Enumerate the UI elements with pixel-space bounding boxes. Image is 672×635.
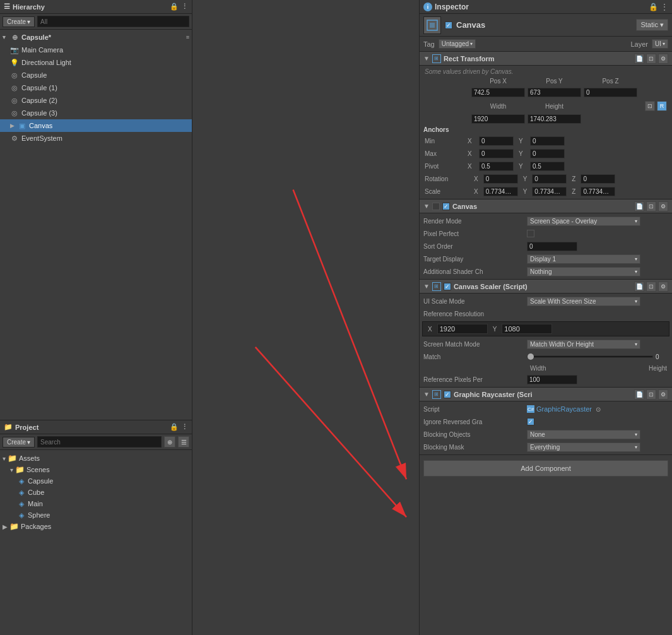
project-panel-header: 📁 Project 🔒 ⋮ — [0, 420, 192, 434]
anchor-min-y[interactable] — [530, 136, 565, 146]
blocking-mask-dropdown[interactable]: Everything ▾ — [527, 442, 640, 452]
anchor-max-y[interactable] — [530, 149, 565, 158]
ignore-reversed-label: Ignore Reversed Gra — [423, 418, 524, 425]
scale-z[interactable] — [581, 187, 615, 196]
project-item-capsule[interactable]: ◈ Capsule — [0, 475, 192, 487]
pivot-y[interactable] — [530, 162, 565, 171]
project-item-packages[interactable]: ▶ 📁 Packages — [0, 521, 192, 532]
inspector-lock-icon[interactable]: 🔒 — [649, 3, 658, 11]
pos-x-input[interactable] — [471, 88, 525, 97]
canvas-gear-btn[interactable]: ⚙ — [658, 201, 668, 211]
height-input[interactable] — [528, 114, 581, 124]
ui-scale-mode-dropdown[interactable]: Scale With Screen Size ▾ — [527, 297, 640, 306]
render-mode-dropdown[interactable]: Screen Space - Overlay ▾ — [527, 217, 640, 226]
hierarchy-menu-icon[interactable]: ⋮ — [181, 3, 188, 11]
canvas-scaler-gear-btn[interactable]: ⚙ — [658, 282, 668, 292]
graphic-raycaster-gear-btn[interactable]: ⚙ — [658, 389, 668, 400]
r-btn[interactable]: R — [657, 101, 667, 111]
project-icon-btn2[interactable]: ☰ — [178, 436, 189, 448]
tag-dropdown[interactable]: Untagged ▾ — [439, 39, 476, 49]
script-ref[interactable]: C# GraphicRaycaster ⊙ — [527, 405, 603, 413]
rect-transform-gear-btn[interactable]: ⚙ — [658, 54, 668, 64]
graphic-raycaster-enable-checkbox[interactable]: ✓ — [444, 391, 451, 398]
sort-order-input[interactable] — [527, 242, 577, 251]
screen-match-chevron: ▾ — [635, 341, 637, 347]
project-lock-icon[interactable]: 🔒 — [170, 423, 179, 431]
graphic-raycaster-lock-btn[interactable]: ⊡ — [646, 389, 656, 400]
pos-y-input[interactable] — [528, 88, 581, 97]
scale-y[interactable] — [532, 187, 567, 196]
hierarchy-item-canvas[interactable]: ▶ ▣ Canvas — [0, 119, 192, 132]
canvas-scaler-ref-btn[interactable]: 📄 — [634, 282, 644, 292]
hierarchy-search-input[interactable] — [37, 16, 189, 27]
canvas-object-header: ✓ Canvas Static ▾ — [420, 14, 672, 37]
target-display-label: Target Display — [423, 256, 524, 263]
canvas-scaler-lock-btn[interactable]: ⊡ — [646, 282, 656, 292]
canvas-scaler-enable-checkbox[interactable]: ✓ — [444, 283, 451, 290]
project-item-scenes[interactable]: ▾ 📁 Scenes — [0, 464, 192, 475]
canvas-component-enable-checkbox[interactable]: ✓ — [442, 203, 450, 210]
hierarchy-item-capsule1[interactable]: ◎ Capsule (1) — [0, 81, 192, 94]
project-item-sphere[interactable]: ◈ Sphere — [0, 509, 192, 521]
graphic-raycaster-fold-arrow[interactable]: ▼ — [423, 391, 430, 398]
rot-x[interactable] — [483, 174, 518, 184]
hierarchy-root-item[interactable]: ▾ ⊕ Capsule* ≡ — [0, 31, 192, 44]
hierarchy-item-capsule3[interactable]: ◎ Capsule (3) — [0, 107, 192, 119]
anchor-btn[interactable]: ⊡ — [645, 101, 655, 111]
match-slider-track[interactable] — [527, 355, 653, 358]
hierarchy-root-label: Capsule* — [21, 33, 51, 41]
anchor-min-x[interactable] — [479, 136, 514, 146]
canvas-checkbox: ✓ — [445, 21, 452, 29]
hierarchy-item-directional-light[interactable]: 💡 Directional Light — [0, 56, 192, 69]
ref-x-input[interactable] — [437, 324, 488, 334]
canvas-enable-checkbox[interactable]: ✓ — [445, 21, 452, 29]
project-tree: ▾ 📁 Assets ▾ 📁 Scenes ◈ Capsule ◈ Cube ◈ — [0, 450, 192, 635]
graphic-raycaster-body: Script C# GraphicRaycaster ⊙ Ignore Reve… — [420, 401, 672, 455]
canvas-scaler-fold-arrow[interactable]: ▼ — [423, 283, 430, 290]
anchor-max-x[interactable] — [479, 149, 514, 158]
hierarchy-item-capsule2[interactable]: ◎ Capsule (2) — [0, 94, 192, 107]
rot-y[interactable] — [532, 174, 567, 184]
canvas-ref-btn[interactable]: 📄 — [634, 201, 644, 211]
static-button[interactable]: Static ▾ — [636, 19, 668, 31]
project-icon-btn1[interactable]: ⊕ — [164, 436, 175, 448]
layer-dropdown[interactable]: UI ▾ — [652, 39, 668, 49]
project-item-assets[interactable]: ▾ 📁 Assets — [0, 453, 192, 464]
target-display-dropdown[interactable]: Display 1 ▾ — [527, 254, 640, 264]
ref-y-input[interactable] — [502, 324, 552, 334]
rot-z[interactable] — [581, 174, 615, 184]
rect-transform-ref-btn[interactable]: 📄 — [634, 54, 644, 64]
canvas-lock-btn[interactable]: ⊡ — [646, 201, 656, 211]
add-component-button[interactable]: Add Component — [423, 460, 668, 477]
project-item-cube[interactable]: ◈ Cube — [0, 487, 192, 498]
project-item-main[interactable]: ◈ Main — [0, 498, 192, 509]
ref-pixels-input[interactable] — [527, 375, 577, 384]
pixel-perfect-checkbox[interactable] — [527, 230, 534, 237]
graphic-raycaster-ref-btn[interactable]: 📄 — [634, 389, 644, 400]
target-display-row: Target Display Display 1 ▾ — [420, 252, 672, 265]
project-create-button[interactable]: Create ▾ — [3, 437, 35, 448]
hierarchy-item-eventsystem[interactable]: ⚙ EventSystem — [0, 132, 192, 145]
width-input[interactable] — [471, 114, 525, 124]
project-search-input[interactable] — [37, 436, 162, 448]
min-x-label: X — [468, 138, 474, 145]
scale-x[interactable] — [483, 187, 518, 196]
rect-transform-icon: ⊞ — [432, 54, 441, 63]
hierarchy-item-main-camera[interactable]: 📷 Main Camera — [0, 44, 192, 56]
canvas-fold-arrow[interactable]: ▼ — [423, 203, 430, 210]
canvas-component-checkbox[interactable] — [432, 203, 440, 210]
rect-transform-lock-btn[interactable]: ⊡ — [646, 54, 656, 64]
inspector-menu-icon[interactable]: ⋮ — [661, 3, 668, 11]
ignore-reversed-checkbox[interactable]: ✓ — [527, 418, 534, 425]
project-menu-icon[interactable]: ⋮ — [181, 423, 188, 431]
additional-shader-dropdown[interactable]: Nothing ▾ — [527, 267, 640, 276]
pos-z-input[interactable] — [584, 88, 637, 97]
screen-match-dropdown[interactable]: Match Width Or Height ▾ — [527, 340, 640, 349]
script-target-icon[interactable]: ⊙ — [594, 405, 603, 413]
hierarchy-create-button[interactable]: Create ▾ — [3, 16, 35, 27]
rect-transform-fold-arrow[interactable]: ▼ — [423, 55, 430, 62]
hierarchy-lock-icon[interactable]: 🔒 — [170, 3, 179, 11]
hierarchy-item-capsule[interactable]: ◎ Capsule — [0, 69, 192, 81]
pivot-x[interactable] — [479, 162, 514, 171]
blocking-objects-dropdown[interactable]: None ▾ — [527, 430, 640, 439]
